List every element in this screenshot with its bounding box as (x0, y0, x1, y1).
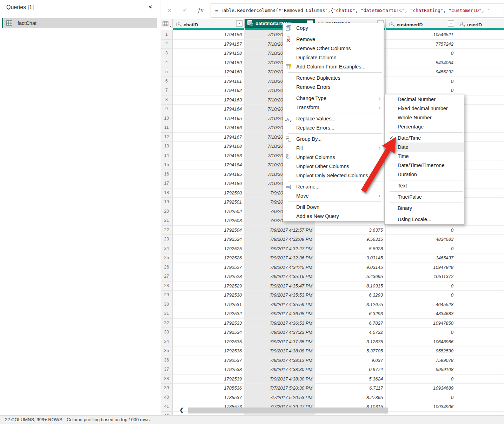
cell-chatid[interactable]: 1794162 (173, 86, 245, 95)
horizontal-scrollbar[interactable]: ❮ (177, 407, 504, 414)
cell-chatid[interactable]: 1794165 (173, 114, 245, 124)
row-number[interactable]: 5 (161, 67, 173, 77)
column-header-chatid[interactable]: 123chatID▼ (173, 19, 245, 28)
cell-chatrating[interactable]: 0.9774 (315, 365, 386, 375)
row-number[interactable]: 33 (161, 328, 173, 337)
cell-chatrating[interactable]: 6.3293 (315, 309, 386, 319)
cell-chatid[interactable]: 1792527 (173, 263, 245, 272)
row-number[interactable]: 10 (161, 114, 173, 124)
cell-chatrating[interactable]: 4.5722 (315, 328, 386, 337)
filter-dropdown-button[interactable]: ▼ (236, 20, 243, 27)
row-number[interactable]: 26 (161, 263, 173, 272)
submenu-item-date-time-timezone[interactable]: Date/Time/Timezone (385, 161, 464, 170)
cell-chatid[interactable]: 1792532 (173, 309, 245, 319)
cell-chatrating[interactable]: 3.6375 (315, 226, 386, 235)
row-number[interactable]: 32 (161, 319, 173, 328)
menu-item-fill[interactable]: Fill› (283, 144, 384, 153)
menu-item-add-as-new-query[interactable]: Add as New Query (283, 212, 384, 221)
row-number[interactable]: 20 (161, 207, 173, 217)
cell-customerid[interactable]: 10934689 (386, 384, 456, 393)
row-number[interactable]: 38 (161, 375, 173, 384)
cell-chatrating[interactable]: 5.3624 (315, 375, 386, 384)
cell-chatid[interactable]: 1792500 (173, 188, 245, 198)
cell-datetmstartutc[interactable]: 7/7/2017 5:20:30 PM (245, 384, 315, 393)
cell-userid[interactable] (456, 309, 504, 319)
cell-datetmstartutc[interactable]: 7/9/2017 4:38:08 PM (245, 346, 315, 356)
cell-customerid[interactable]: 0 (386, 244, 456, 254)
row-number[interactable]: 23 (161, 235, 173, 244)
cell-customerid[interactable]: 10947848 (386, 263, 456, 272)
cell-chatrating[interactable]: 5.43695 (315, 272, 386, 281)
cell-datetmstartutc[interactable]: 7/9/2017 4:36:53 PM (245, 319, 315, 328)
submenu-item-binary[interactable]: Binary (385, 204, 464, 213)
row-number[interactable]: 13 (161, 142, 173, 151)
cell-customerid[interactable]: 7757242 (386, 40, 456, 49)
menu-item-copy[interactable]: Copy (283, 24, 384, 33)
cell-chatid[interactable]: 1792534 (173, 328, 245, 337)
row-number[interactable]: 40 (161, 393, 173, 403)
cell-chatrating[interactable]: 9.037 (315, 356, 386, 365)
row-number[interactable]: 22 (161, 226, 173, 235)
row-number[interactable]: 17 (161, 179, 173, 188)
cell-userid[interactable] (456, 375, 504, 384)
filter-dropdown-button[interactable]: ▼ (448, 20, 454, 27)
cell-userid[interactable] (456, 300, 504, 310)
cell-chatid[interactable]: 1785537 (173, 393, 245, 403)
cell-chatid[interactable]: 1794183 (173, 151, 245, 161)
menu-item-remove-duplicates[interactable]: Remove Duplicates (283, 73, 384, 82)
cell-customerid[interactable]: 4834683 (386, 309, 456, 319)
cell-userid[interactable] (456, 272, 504, 281)
cell-chatid[interactable]: 1792529 (173, 281, 245, 291)
row-number[interactable]: 11 (161, 123, 173, 133)
cell-chatid[interactable]: 1792538 (173, 365, 245, 375)
row-number[interactable]: 16 (161, 170, 173, 179)
cell-userid[interactable] (456, 291, 504, 300)
cell-userid[interactable] (456, 365, 504, 375)
submenu-item-time[interactable]: Time (385, 152, 464, 161)
checkmark-icon[interactable]: ✓ (179, 5, 191, 15)
cell-datetmstartutc[interactable]: 7/9/2017 4:34:45 PM (245, 263, 315, 272)
cell-chatid[interactable]: 1794163 (173, 95, 245, 105)
cell-chatrating[interactable]: 6.3293 (315, 291, 386, 300)
cell-chatid[interactable]: 1792504 (173, 226, 245, 235)
cell-datetmstartutc[interactable]: 7/9/2017 4:38:12 PM (245, 356, 315, 365)
cell-customerid[interactable]: 4834683 (386, 235, 456, 244)
menu-item-change-type[interactable]: Change Type› (283, 94, 384, 103)
cell-customerid[interactable]: 10947850 (386, 319, 456, 328)
cell-chatid[interactable]: 1794168 (173, 142, 245, 151)
cell-chatrating[interactable]: 9.03145 (315, 263, 386, 272)
menu-item-unpivot-other-columns[interactable]: Unpivot Other Columns (283, 162, 384, 171)
cell-chatid[interactable]: 1792539 (173, 375, 245, 384)
row-number[interactable]: 15 (161, 160, 173, 170)
cell-datetmstartutc[interactable]: 7/7/2017 5:20:53 PM (245, 393, 315, 403)
formula-input[interactable]: = Table.ReorderColumns(#"Removed Columns… (211, 4, 504, 18)
row-number[interactable]: 19 (161, 198, 173, 207)
menu-item-add-column-from-examples[interactable]: Add Column From Examples... (283, 62, 384, 71)
cell-datetmstartutc[interactable]: 7/9/2017 4:37:35 PM (245, 337, 315, 347)
row-number[interactable]: 31 (161, 309, 173, 319)
row-number[interactable]: 28 (161, 281, 173, 291)
cell-chatid[interactable]: 1794166 (173, 123, 245, 133)
cell-userid[interactable] (456, 328, 504, 337)
cell-customerid[interactable]: 0 (386, 226, 456, 235)
menu-item-replace-errors[interactable]: Replace Errors... (283, 123, 384, 132)
cell-datetmstartutc[interactable]: 7/9/2017 4:32:27 PM (245, 244, 315, 254)
cell-chatid[interactable]: 1792524 (173, 235, 245, 244)
submenu-item-using-locale[interactable]: Using Locale... (385, 215, 464, 224)
cell-chatid[interactable]: 1792525 (173, 244, 245, 254)
cell-customerid[interactable]: 10511372 (386, 272, 456, 281)
menu-item-move[interactable]: Move› (283, 191, 384, 200)
row-number[interactable]: 7 (161, 86, 173, 95)
cell-chatid[interactable]: 1794184 (173, 160, 245, 170)
cell-chatid[interactable]: 1794156 (173, 30, 245, 40)
row-number[interactable]: 12 (161, 133, 173, 142)
submenu-item-percentage[interactable]: Percentage (385, 122, 464, 131)
cell-userid[interactable] (456, 393, 504, 403)
cell-customerid[interactable]: 0 (386, 393, 456, 403)
query-list-item-factchat[interactable]: factChat (2, 18, 157, 28)
menu-item-unpivot-only-selected-columns[interactable]: Unpivot Only Selected Columns (283, 171, 384, 180)
cell-datetmstartutc[interactable]: 7/9/2017 4:32:09 PM (245, 235, 315, 244)
cell-userid[interactable] (456, 77, 504, 86)
cell-customerid[interactable]: 9456292 (386, 67, 456, 77)
submenu-item-whole-number[interactable]: Whole Number (385, 113, 464, 122)
